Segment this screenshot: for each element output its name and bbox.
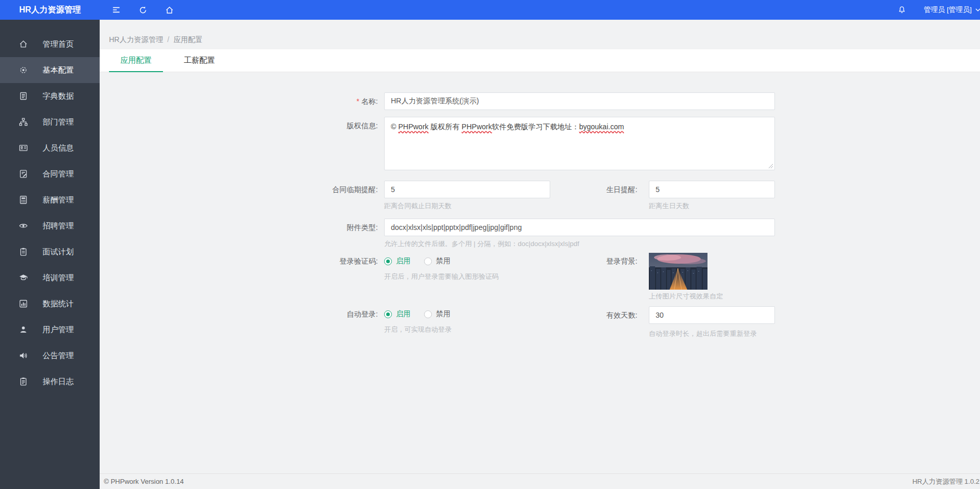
- sidebar-item-label: 基本配置: [43, 65, 74, 75]
- copyright-label: 版权信息:: [260, 117, 378, 134]
- sidebar-item-basic-config[interactable]: 基本配置: [0, 57, 100, 83]
- sidebar-item-label: 用户管理: [43, 325, 74, 335]
- sidebar-item-training[interactable]: 培训管理: [0, 265, 100, 291]
- header-right-group: 管理员 [管理员]: [896, 0, 980, 20]
- auto-login-disable-radio[interactable]: 禁用: [424, 309, 451, 319]
- copyright-text: bygoukai.com: [579, 123, 624, 131]
- home-icon[interactable]: [163, 4, 175, 16]
- chevron-down-icon: [974, 5, 980, 15]
- page-footer: © PHPwork Version 1.0.14 HR人力资源管理 1.0.2: [100, 473, 980, 489]
- breadcrumb-separator: /: [167, 35, 169, 44]
- login-background-image[interactable]: [649, 253, 707, 290]
- main-content: HR人力资源管理/应用配置 应用配置 工薪配置 *名称: 版权信息: © PHP…: [100, 20, 980, 489]
- copyright-text: PHPwork: [461, 123, 492, 131]
- attachment-types-hint: 允许上传的文件后缀。多个用 | 分隔，例如：doc|docx|xlsx|xls|…: [384, 239, 579, 249]
- valid-days-label: 有效天数:: [538, 306, 637, 324]
- book-icon: [19, 91, 28, 101]
- copyright-text: 版权所有: [429, 123, 462, 131]
- bell-icon[interactable]: [896, 4, 908, 16]
- bar-chart-icon: [19, 299, 28, 308]
- calculator-icon: [19, 195, 28, 205]
- auto-login-hint: 开启，可实现自动登录: [384, 325, 452, 334]
- sidebar-item-label: 合同管理: [43, 169, 74, 179]
- tab-app-config[interactable]: 应用配置: [109, 49, 163, 72]
- sidebar-item-operation-logs[interactable]: 操作日志: [0, 369, 100, 395]
- attachment-types-input[interactable]: [384, 219, 775, 236]
- sidebar-item-label: 管理首页: [43, 39, 74, 49]
- menu-toggle-icon[interactable]: [110, 4, 122, 16]
- radio-circle-icon: [384, 310, 392, 318]
- log-icon: [19, 377, 28, 386]
- valid-days-input[interactable]: [649, 306, 775, 324]
- auto-login-radio-group: 启用 禁用: [384, 307, 464, 321]
- sidebar-item-dict-data[interactable]: 字典数据: [0, 83, 100, 109]
- sidebar-item-recruitment[interactable]: 招聘管理: [0, 213, 100, 239]
- sidebar-item-interview-plan[interactable]: 面试计划: [0, 239, 100, 265]
- header-icon-group: [110, 0, 189, 20]
- sidebar-item-departments[interactable]: 部门管理: [0, 109, 100, 135]
- sidebar-item-personnel[interactable]: 人员信息: [0, 135, 100, 161]
- sidebar-item-contracts[interactable]: 合同管理: [0, 161, 100, 187]
- footer-copyright: © PHPwork Version 1.0.14: [100, 478, 184, 485]
- attachment-types-label: 附件类型:: [260, 219, 378, 236]
- login-captcha-radio-group: 启用 禁用: [384, 254, 464, 268]
- contract-reminder-label: 合同临期提醒:: [260, 181, 378, 198]
- captcha-enable-radio[interactable]: 启用: [384, 256, 411, 266]
- radio-circle-icon: [424, 310, 432, 318]
- sidebar-item-salary[interactable]: 薪酬管理: [0, 187, 100, 213]
- top-header: HR人力资源管理 管理员 [管理员]: [0, 0, 980, 20]
- sidebar-item-dashboard[interactable]: 管理首页: [0, 31, 100, 57]
- sidebar-item-statistics[interactable]: 数据统计: [0, 291, 100, 317]
- refresh-icon[interactable]: [137, 4, 149, 16]
- radio-circle-icon: [424, 257, 432, 265]
- clipboard-icon: [19, 247, 28, 256]
- birthday-reminder-hint: 距离生日天数: [649, 201, 689, 211]
- copyright-textarea[interactable]: © PHPwork 版权所有 PHPwork软件免费版学习下载地址：bygouk…: [384, 117, 775, 170]
- breadcrumb: HR人力资源管理/应用配置: [109, 35, 202, 45]
- radio-circle-icon: [384, 257, 392, 265]
- sidebar-item-label: 字典数据: [43, 91, 74, 101]
- login-background-hint: 上传图片尺寸视效果自定: [649, 292, 723, 301]
- contract-reminder-hint: 距离合同截止日期天数: [384, 201, 452, 211]
- auto-login-enable-radio[interactable]: 启用: [384, 309, 411, 319]
- breadcrumb-root[interactable]: HR人力资源管理: [109, 35, 163, 44]
- contract-icon: [19, 169, 28, 179]
- app-title: HR人力资源管理: [0, 0, 100, 20]
- sidebar-item-label: 培训管理: [43, 273, 74, 283]
- sidebar-item-announcements[interactable]: 公告管理: [0, 343, 100, 369]
- name-input[interactable]: [384, 92, 775, 110]
- user-icon: [19, 325, 28, 334]
- login-captcha-label: 登录验证码:: [260, 254, 378, 268]
- captcha-disable-radio[interactable]: 禁用: [424, 256, 451, 266]
- login-background-label: 登录背景:: [538, 254, 637, 268]
- auto-login-label: 自动登录:: [260, 307, 378, 321]
- tab-bar: 应用配置 工薪配置: [100, 49, 980, 72]
- tab-salary-config[interactable]: 工薪配置: [172, 49, 226, 72]
- birthday-reminder-input[interactable]: [649, 181, 775, 198]
- birthday-reminder-label: 生日提醒:: [538, 181, 637, 198]
- copyright-text: 软件免费版学习下载地址：: [492, 123, 579, 131]
- sidebar-item-label: 操作日志: [43, 377, 74, 387]
- sidebar-item-label: 招聘管理: [43, 221, 74, 231]
- required-asterisk: *: [357, 97, 359, 105]
- id-card-icon: [19, 143, 28, 153]
- eye-icon: [19, 221, 28, 230]
- sidebar-item-label: 人员信息: [43, 143, 74, 153]
- copyright-text: ©: [391, 123, 398, 131]
- graduation-cap-icon: [19, 273, 28, 282]
- sidebar-item-label: 部门管理: [43, 117, 74, 127]
- sitemap-icon: [19, 117, 28, 127]
- speaker-icon: [19, 351, 28, 360]
- user-menu[interactable]: 管理员 [管理员]: [924, 0, 980, 20]
- gear-icon: [19, 65, 28, 75]
- user-name: 管理员 [管理员]: [924, 5, 972, 15]
- sidebar-item-users[interactable]: 用户管理: [0, 317, 100, 343]
- breadcrumb-current: 应用配置: [173, 35, 202, 44]
- contract-reminder-input[interactable]: [384, 181, 550, 198]
- sidebar-item-label: 数据统计: [43, 299, 74, 309]
- home-icon: [19, 39, 28, 49]
- sidebar-nav: 管理首页 基本配置 字典数据 部门管理 人员信息 合同管理 薪酬管理 招聘管理 …: [0, 20, 100, 489]
- login-captcha-hint: 开启后，用户登录需要输入图形验证码: [384, 272, 499, 281]
- resize-grip-icon[interactable]: [768, 164, 773, 169]
- footer-version: HR人力资源管理 1.0.2: [913, 477, 980, 486]
